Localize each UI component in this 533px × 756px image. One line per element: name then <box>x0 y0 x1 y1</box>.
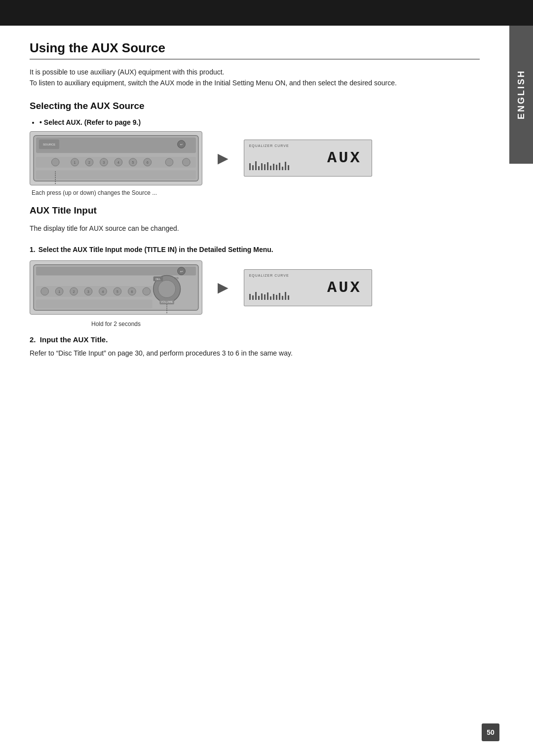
intro-line1: It is possible to use auxiliary (AUX) eq… <box>30 68 225 76</box>
svg-text:FD: FD <box>175 277 179 280</box>
section2-heading: AUX Title Input <box>30 205 480 216</box>
intro-line2: To listen to auxiliary equipment, switch… <box>30 79 397 87</box>
section2-intro: The display title for AUX source can be … <box>30 223 480 234</box>
caption-1: Each press (up or down) changes the Sour… <box>32 189 480 196</box>
image-row-1: SOURCE ↩ 1 2 3 4 5 6 <box>30 131 480 185</box>
svg-text:1: 1 <box>58 290 60 293</box>
intro-text: It is possible to use auxiliary (AUX) eq… <box>30 67 480 89</box>
page-number: 50 <box>482 723 499 741</box>
svg-rect-22 <box>36 170 196 179</box>
step2-text: Refer to “Disc Title Input” on page 30, … <box>30 348 480 359</box>
svg-text:↩: ↩ <box>180 143 183 146</box>
display-image-1: EQUALIZER CURVE AUX <box>244 140 372 177</box>
step2-number: 2. <box>30 335 36 344</box>
display-image-2: EQUALIZER CURVE AUX <box>244 269 372 306</box>
step1-text: Select the AUX Title Input mode (TITLE I… <box>38 246 273 253</box>
top-bar <box>0 0 533 26</box>
svg-rect-50 <box>36 300 152 309</box>
svg-point-7 <box>51 158 59 166</box>
svg-text:DEL: DEL <box>155 278 161 281</box>
bullet-list: Select AUX. (Refer to page 9.) <box>30 118 480 126</box>
svg-text:4: 4 <box>102 290 104 293</box>
display-aux-text-2: AUX <box>327 279 362 297</box>
step1-sub-caption: Hold for 2 seconds <box>91 321 141 327</box>
device-image-1: SOURCE ↩ 1 2 3 4 5 6 <box>30 131 202 185</box>
image-row-2: ↩ DEL FD VOLUME 1 2 3 <box>30 260 480 315</box>
device-image-2: ↩ DEL FD VOLUME 1 2 3 <box>30 260 202 315</box>
arrow-icon-1: ► <box>214 148 232 169</box>
svg-point-36 <box>41 288 49 295</box>
svg-text:6: 6 <box>131 290 133 293</box>
svg-text:3: 3 <box>103 161 105 164</box>
svg-point-21 <box>183 158 190 166</box>
display-aux-text-1: AUX <box>327 149 362 167</box>
svg-text:2: 2 <box>73 290 75 293</box>
side-tab: ENGLISH <box>509 26 533 164</box>
step2-label: 2. Input the AUX Title. <box>30 335 480 344</box>
eq-label-1: EQUALIZER CURVE <box>249 144 289 147</box>
svg-point-49 <box>143 288 151 295</box>
page-title: Using the AUX Source <box>30 40 480 60</box>
hold-caption-wrapper: Hold for 2 seconds <box>30 319 202 335</box>
svg-text:2: 2 <box>88 161 90 164</box>
svg-text:4: 4 <box>117 161 119 164</box>
step2-heading-text: Input the AUX Title. <box>40 335 108 344</box>
eq-lines-1 <box>249 161 289 170</box>
svg-rect-1 <box>36 138 196 153</box>
side-tab-label: ENGLISH <box>516 70 527 119</box>
svg-rect-25 <box>36 267 196 276</box>
arrow-icon-2: ► <box>214 277 232 298</box>
svg-text:1: 1 <box>74 161 76 164</box>
svg-text:VOLUME: VOLUME <box>161 301 173 304</box>
svg-text:SOURCE: SOURCE <box>43 143 55 146</box>
svg-text:5: 5 <box>132 161 134 164</box>
eq-label-2: EQUALIZER CURVE <box>249 274 289 277</box>
svg-point-20 <box>165 158 173 166</box>
svg-text:↩: ↩ <box>180 270 183 273</box>
section1-heading: Selecting the AUX Source <box>30 101 480 111</box>
svg-text:3: 3 <box>87 290 89 293</box>
step1-number: 1. <box>30 246 36 253</box>
svg-text:6: 6 <box>147 161 149 164</box>
svg-point-29 <box>158 280 175 297</box>
step1-label: 1.Select the AUX Title Input mode (TITLE… <box>30 246 480 253</box>
main-content: Using the AUX Source It is possible to u… <box>0 26 509 389</box>
bullet-item-1: Select AUX. (Refer to page 9.) <box>39 118 480 126</box>
svg-text:5: 5 <box>116 290 118 293</box>
eq-lines-2 <box>249 292 289 300</box>
